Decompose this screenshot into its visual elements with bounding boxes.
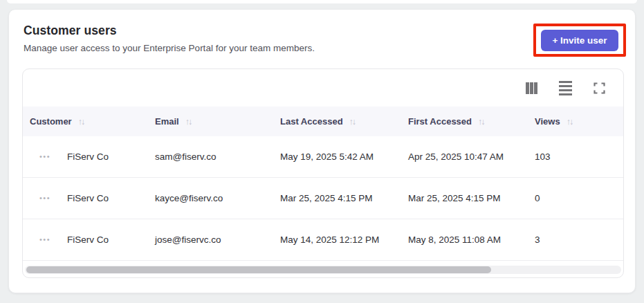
fullscreen-icon[interactable] — [591, 80, 607, 96]
sort-icon[interactable]: ↑↓ — [185, 117, 192, 127]
table-row[interactable]: ••• FiServ Co sam@fiserv.co May 19, 2025… — [23, 136, 623, 178]
email-cell: kayce@fiserv.co — [155, 193, 280, 203]
last-accessed-cell: Mar 25, 2025 4:15 PM — [280, 193, 408, 203]
invite-user-button[interactable]: + Invite user — [541, 30, 618, 51]
columns-icon-glyph — [526, 82, 537, 94]
page-title: Customer users — [24, 24, 620, 38]
customer-cell: FiServ Co — [67, 235, 109, 245]
email-cell: sam@fiserv.co — [155, 152, 280, 162]
last-accessed-cell: May 19, 2025 5:42 AM — [280, 152, 408, 162]
fullscreen-icon-glyph — [594, 82, 605, 94]
horizontal-scrollbar[interactable] — [25, 266, 621, 274]
customer-cell: FiServ Co — [67, 152, 109, 162]
panel-header: Customer users Manage user access to you… — [9, 10, 635, 53]
column-label: Views — [535, 116, 560, 127]
first-accessed-cell: Apr 25, 2025 10:47 AM — [408, 152, 535, 162]
customer-users-panel: Customer users Manage user access to you… — [8, 9, 636, 293]
row-actions-icon[interactable]: ••• — [39, 236, 50, 244]
row-density-icon[interactable] — [557, 80, 573, 96]
adjacent-card-edge — [7, 0, 637, 3]
row-density-icon-glyph — [559, 81, 572, 95]
invite-user-highlight-box: + Invite user — [533, 24, 626, 57]
column-label: Customer — [30, 116, 72, 127]
column-header-email[interactable]: Email ↑↓ — [155, 116, 280, 127]
users-table: Customer ↑↓ Email ↑↓ Last Accessed ↑↓ Fi… — [22, 68, 624, 278]
row-actions-icon[interactable]: ••• — [39, 153, 50, 160]
table-row[interactable]: ••• FiServ Co jose@fiservc.co May 14, 20… — [23, 219, 623, 261]
columns-icon[interactable] — [523, 80, 540, 96]
column-label: Email — [155, 116, 179, 127]
table-header-row: Customer ↑↓ Email ↑↓ Last Accessed ↑↓ Fi… — [23, 107, 623, 136]
views-cell: 103 — [535, 152, 616, 162]
column-header-last-accessed[interactable]: Last Accessed ↑↓ — [280, 116, 408, 127]
sort-icon[interactable]: ↑↓ — [478, 117, 484, 127]
customer-cell: FiServ Co — [67, 193, 109, 203]
column-label: First Accessed — [408, 116, 472, 127]
column-label: Last Accessed — [280, 116, 343, 127]
views-cell: 0 — [535, 193, 616, 203]
table-toolbar — [23, 69, 623, 107]
table-row[interactable]: ••• FiServ Co kayce@fiserv.co Mar 25, 20… — [23, 178, 623, 219]
column-header-views[interactable]: Views ↑↓ — [535, 116, 616, 127]
page-subtitle: Manage user access to your Enterprise Po… — [24, 43, 620, 53]
sort-icon[interactable]: ↑↓ — [78, 117, 84, 127]
column-header-first-accessed[interactable]: First Accessed ↑↓ — [408, 116, 535, 127]
sort-icon[interactable]: ↑↓ — [567, 117, 573, 127]
first-accessed-cell: May 8, 2025 11:08 AM — [408, 235, 535, 245]
row-actions-icon[interactable]: ••• — [39, 194, 50, 202]
sort-icon[interactable]: ↑↓ — [349, 117, 356, 127]
scrollbar-thumb[interactable] — [26, 266, 491, 273]
column-header-customer[interactable]: Customer ↑↓ — [30, 116, 155, 127]
first-accessed-cell: Mar 25, 2025 4:15 PM — [408, 193, 535, 203]
views-cell: 3 — [535, 235, 616, 245]
email-cell: jose@fiservc.co — [155, 235, 280, 245]
last-accessed-cell: May 14, 2025 12:12 PM — [280, 235, 408, 245]
